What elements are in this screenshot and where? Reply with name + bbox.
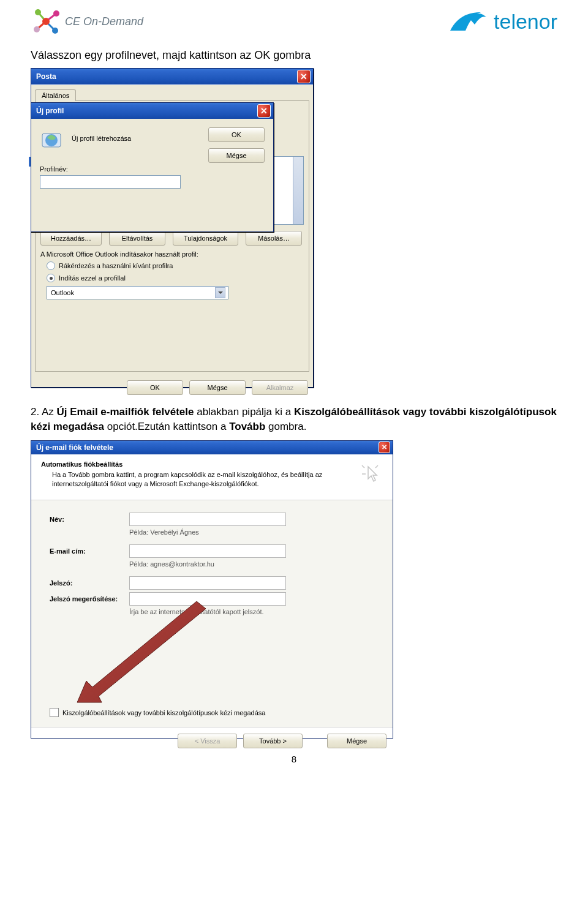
profile-cancel-button[interactable]: Mégse [208, 148, 265, 163]
molecule-icon [31, 6, 61, 37]
profile-name-input[interactable] [40, 175, 181, 189]
svg-point-4 [42, 18, 50, 25]
instr2-end: gombra. [265, 421, 306, 432]
wizard-cancel-button[interactable]: Mégse [327, 734, 386, 748]
telenor-icon [447, 6, 489, 37]
instr2-b1: Új Email e-mailfiók felvétele [57, 406, 194, 418]
instr2-prefix: 2. Az [31, 406, 57, 418]
startup-profile-label: A Microsoft Office Outlook indításakor h… [40, 250, 304, 258]
password-confirm-input[interactable] [129, 592, 286, 606]
wizard-titlebar: Új e-mail fiók felvétele ✕ [31, 441, 393, 454]
new-profile-window: Új profil ✕ Új profil létrehozása OK Még… [31, 102, 274, 232]
label-name: Név: [50, 516, 129, 523]
page-number: 8 [31, 754, 557, 764]
email-wizard-window: Új e-mail fiók felvétele ✕ Automatikus f… [31, 440, 393, 739]
profile-select-value: Outlook [51, 289, 74, 296]
svg-point-5 [35, 9, 41, 15]
posta-titlebar: Posta ✕ [31, 69, 313, 85]
label-password-confirm: Jelszó megerősítése: [50, 595, 129, 603]
cursor-sparkle-icon [358, 462, 383, 486]
profile-name-label: Profilnév: [40, 165, 265, 173]
remove-button[interactable]: Eltávolítás [109, 231, 165, 246]
checkbox-icon[interactable] [50, 708, 59, 717]
close-icon[interactable]: ✕ [257, 104, 271, 118]
instr2-mid: ablakban pipálja ki a [194, 406, 294, 418]
chevron-down-icon [215, 287, 225, 298]
email-input[interactable] [129, 544, 286, 558]
hint-name: Példa: Verebélyi Ágnes [129, 528, 374, 536]
hint-password: Írja be az internetszolgáltatótól kapott… [129, 608, 374, 615]
ce-ondemand-logo: CE On-Demand [31, 6, 143, 37]
wizard-title: Új e-mail fiók felvétele [36, 443, 113, 452]
radio-use-label: Indítás ezzel a profillal [59, 274, 126, 282]
wizard-subheading: Ha a Tovább gombra kattint, a program ka… [41, 470, 346, 489]
profile-ok-button[interactable]: OK [208, 127, 265, 142]
instr2-mid2: opciót.Ezután kattintson a [104, 421, 229, 432]
new-profile-titlebar: Új profil ✕ [31, 103, 273, 119]
instruction-2: 2. Az Új Email e-mailfiók felvétele abla… [31, 405, 557, 434]
radio-use-profile[interactable]: Indítás ezzel a profillal [40, 274, 304, 282]
ok-button[interactable]: OK [127, 380, 183, 395]
name-input[interactable] [129, 513, 286, 526]
add-button[interactable]: Hozzáadás… [40, 231, 102, 246]
doc-header: CE On-Demand telenor [31, 6, 557, 37]
back-button: < Vissza [178, 734, 237, 748]
instruction-1: Válasszon egy profilnevet, majd kattints… [31, 49, 557, 62]
svg-point-6 [53, 10, 59, 17]
properties-button[interactable]: Tulajdonságok [173, 231, 238, 246]
label-email: E-mail cím: [50, 547, 129, 555]
svg-point-7 [34, 26, 40, 32]
wizard-heading: Automatikus fiókbeállítás [41, 460, 383, 468]
telenor-logo: telenor [447, 6, 557, 37]
new-profile-title: Új profil [36, 107, 64, 115]
svg-point-8 [52, 28, 58, 34]
posta-title: Posta [36, 72, 56, 81]
posta-dialog-composite: Posta ✕ Általános Hozzáadás… Eltávolítás… [31, 68, 325, 393]
create-profile-label: Új profil létrehozása [72, 135, 131, 142]
globe-icon [40, 127, 64, 152]
radio-ask-profile[interactable]: Rákérdezés a használni kívánt profilra [40, 261, 304, 270]
svg-marker-11 [77, 601, 206, 702]
close-icon[interactable]: ✕ [379, 442, 390, 453]
manual-settings-label: Kiszolgálóbeállítások vagy további kiszo… [62, 709, 265, 716]
apply-button: Alkalmaz [252, 380, 308, 395]
tab-general[interactable]: Általános [35, 89, 76, 101]
cancel-button[interactable]: Mégse [189, 380, 246, 395]
label-password: Jelszó: [50, 579, 129, 587]
close-icon[interactable]: ✕ [297, 70, 311, 83]
manual-settings-checkbox-row[interactable]: Kiszolgálóbeállítások vagy további kiszo… [50, 708, 265, 717]
profile-select[interactable]: Outlook [47, 286, 228, 299]
hint-email: Példa: agnes@kontraktor.hu [129, 560, 374, 568]
next-button[interactable]: Tovább > [243, 734, 303, 748]
ce-brand-text: CE On-Demand [65, 15, 143, 28]
password-input[interactable] [129, 576, 286, 590]
telenor-text: telenor [494, 10, 557, 34]
radio-ask-label: Rákérdezés a használni kívánt profilra [59, 262, 173, 269]
copy-button[interactable]: Másolás… [246, 231, 302, 246]
instr2-b3: Tovább [229, 421, 265, 432]
